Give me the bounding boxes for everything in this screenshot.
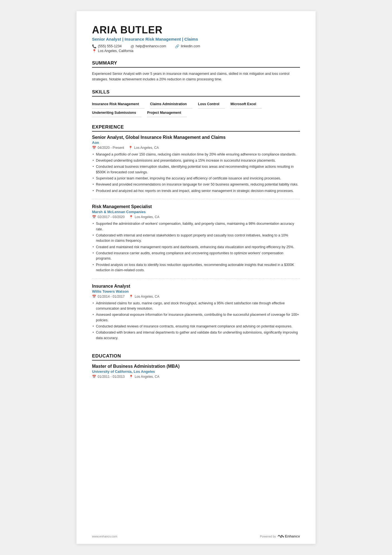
job-2-company: Marsh & McLennan Companies <box>92 210 300 214</box>
job-3-company: Willis Towers Watson <box>92 289 300 293</box>
brand-name: Enhancv <box>285 534 300 538</box>
job-1-location: 📍 Los Angeles, CA <box>128 146 159 150</box>
edu-school: University of California, Los Angeles <box>92 369 300 374</box>
job-2-location: 📍 Los Angeles, CA <box>129 215 159 219</box>
bullet-3-4: Collaborated with brokers and internal d… <box>92 330 300 341</box>
skill-6: Project Management <box>147 108 187 117</box>
skills-section: SKILLS Insurance Risk Management Claims … <box>92 89 300 117</box>
job-1-bullets: Managed a portfolio of over 150 claims, … <box>92 152 300 194</box>
contact-row: 📞 (555) 555-1234 @ help@enhancv.com 🔗 li… <box>92 44 300 48</box>
email-icon: @ <box>130 44 134 48</box>
bullet-1-4: Supervised a junior team member, improvi… <box>92 176 300 181</box>
experience-section: EXPERIENCE Senior Analyst, Global Insura… <box>92 124 300 346</box>
phone-contact: 📞 (555) 555-1234 <box>92 44 121 48</box>
enhancv-logo-svg <box>278 534 284 538</box>
bullet-1-6: Produced and analyzed ad-hoc reports on … <box>92 188 300 194</box>
education-section: EDUCATION Master of Business Administrat… <box>92 353 300 379</box>
experience-title: EXPERIENCE <box>92 124 300 132</box>
phone-number: (555) 555-1234 <box>98 44 121 48</box>
pin-icon-3: 📍 <box>129 295 133 299</box>
powered-by-label: Powered by <box>260 535 276 538</box>
job-1-title: Senior Analyst, Global Insurance Risk Ma… <box>92 135 300 140</box>
bullet-2-5: Provided analysis on loss data to identi… <box>92 262 300 273</box>
footer-powered: Powered by Enhancv <box>260 534 300 538</box>
enhancv-logo: Enhancv <box>278 534 300 538</box>
bullet-1-5: Reviewed and provided recommendations on… <box>92 182 300 187</box>
edu-location: 📍 Los Angeles, CA <box>129 375 159 379</box>
skill-5: Underwriting Submissions <box>92 108 142 117</box>
skill-2: Claims Administration <box>150 100 192 108</box>
bullet-2-4: Conducted insurance carrier audits, ensu… <box>92 251 300 262</box>
summary-text: Experienced Senior Analyst with over 5 y… <box>92 71 300 82</box>
skills-row2: Underwriting Submissions Project Managem… <box>92 108 300 117</box>
job-2-date: 📅 02/2017 - 03/2020 <box>92 215 125 219</box>
skill-4: Microsoft Excel <box>230 100 262 108</box>
phone-icon: 📞 <box>92 44 96 48</box>
job-1: Senior Analyst, Global Insurance Risk Ma… <box>92 135 300 199</box>
location-contact: 📍 Los Angeles, California <box>92 49 133 53</box>
job-3-meta: 📅 01/2014 - 01/2017 📍 Los Angeles, CA <box>92 295 300 299</box>
bullet-3-3: Conducted detailed reviews of insurance … <box>92 324 300 329</box>
summary-section: SUMMARY Experienced Senior Analyst with … <box>92 60 300 82</box>
bullet-3-1: Administered claims for auto, marine car… <box>92 301 300 312</box>
bullet-2-2: Collaborated with internal and external … <box>92 233 300 244</box>
link-icon: 🔗 <box>175 44 179 48</box>
calendar-icon-edu: 📅 <box>92 375 96 379</box>
bullet-2-1: Supported the administration of workers'… <box>92 221 300 232</box>
edu-degree: Master of Business Administration (MBA) <box>92 364 300 369</box>
summary-title: SUMMARY <box>92 60 300 68</box>
skills-row1: Insurance Risk Management Claims Adminis… <box>92 100 300 108</box>
pin-icon-edu: 📍 <box>129 375 133 379</box>
bullet-1-1: Managed a portfolio of over 150 claims, … <box>92 152 300 157</box>
resume-page: ARIA BUTLER Senior Analyst | Insurance R… <box>76 11 316 544</box>
location-row: 📍 Los Angeles, California <box>92 49 300 53</box>
page-footer: www.enhancv.com Powered by Enhancv <box>92 534 300 538</box>
candidate-title: Senior Analyst | Insurance Risk Manageme… <box>92 37 300 41</box>
edu-meta: 📅 01/2011 - 01/2013 📍 Los Angeles, CA <box>92 375 300 379</box>
job-3-date: 📅 01/2014 - 01/2017 <box>92 295 125 299</box>
job-2-meta: 📅 02/2017 - 03/2020 📍 Los Angeles, CA <box>92 215 300 219</box>
job-3: Insurance Analyst Willis Towers Watson 📅… <box>92 284 300 346</box>
skills-title: SKILLS <box>92 89 300 97</box>
linkedin-contact: 🔗 linkedin.com <box>175 44 200 48</box>
job-1-company: Aon <box>92 140 300 145</box>
candidate-name: ARIA BUTLER <box>92 24 300 36</box>
education-title: EDUCATION <box>92 353 300 361</box>
calendar-icon-2: 📅 <box>92 215 96 219</box>
footer-website: www.enhancv.com <box>92 535 117 538</box>
job-3-location: 📍 Los Angeles, CA <box>129 295 159 299</box>
skill-3: Loss Control <box>198 100 225 108</box>
bullet-1-2: Developed underwriting submissions and p… <box>92 158 300 163</box>
job-1-meta: 📅 04/2020 - Present 📍 Los Angeles, CA <box>92 146 300 150</box>
linkedin-url: linkedin.com <box>181 44 200 48</box>
edu-entry-1: Master of Business Administration (MBA) … <box>92 364 300 379</box>
job-2-title: Risk Management Specialist <box>92 204 300 209</box>
location-icon: 📍 <box>92 49 96 53</box>
email-address: help@enhancv.com <box>136 44 166 48</box>
location-text: Los Angeles, California <box>98 49 133 53</box>
pin-icon-2: 📍 <box>129 215 133 219</box>
job-3-title: Insurance Analyst <box>92 284 300 289</box>
calendar-icon-1: 📅 <box>92 146 96 150</box>
bullet-2-3: Created and maintained risk management r… <box>92 245 300 250</box>
email-contact: @ help@enhancv.com <box>130 44 166 48</box>
bullet-1-3: Conducted annual business interruption s… <box>92 164 300 175</box>
job-2: Risk Management Specialist Marsh & McLen… <box>92 204 300 278</box>
edu-date: 📅 01/2011 - 01/2013 <box>92 375 125 379</box>
job-2-bullets: Supported the administration of workers'… <box>92 221 300 273</box>
pin-icon-1: 📍 <box>128 146 133 150</box>
job-1-date: 📅 04/2020 - Present <box>92 146 124 150</box>
bullet-3-2: Assessed operational exposure informatio… <box>92 312 300 323</box>
skill-1: Insurance Risk Management <box>92 100 145 108</box>
job-3-bullets: Administered claims for auto, marine car… <box>92 301 300 341</box>
calendar-icon-3: 📅 <box>92 295 96 299</box>
resume-header: ARIA BUTLER Senior Analyst | Insurance R… <box>92 24 300 53</box>
